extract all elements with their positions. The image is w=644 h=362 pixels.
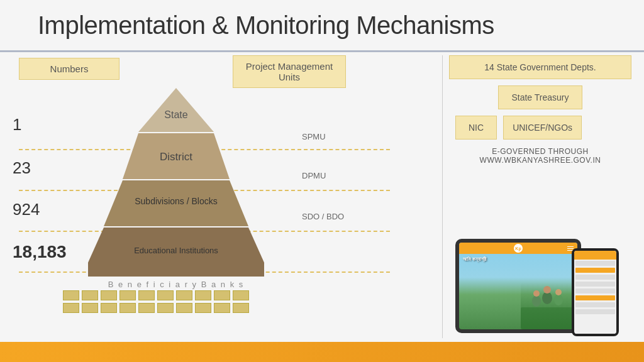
bank-box [176,290,192,300]
page-title: Implementation & Monitoring Mechanisms [38,11,494,40]
device-mockup: Kp আমি কন্যাশ্রী [449,214,631,339]
bank-box [82,303,98,313]
phone-list-item [575,309,615,314]
bank-box [138,303,155,313]
tablet-header: Kp [459,243,577,254]
phone-list-item [575,288,615,293]
tablet-screen: Kp আমি কন্যাশ্রী [459,243,577,329]
bank-box [233,303,249,313]
numbers-header: Numbers [19,58,119,80]
egov-text: E-GOVERNED THROUGH WWW.WBKANYASHREE.GOV.… [449,147,631,165]
right-separator [442,55,443,338]
svg-text:State: State [164,109,187,120]
bank-box [101,303,117,313]
bank-box [176,303,192,313]
phone-list-item [575,261,615,266]
bank-box [63,303,79,313]
girls-silhouette [521,282,574,329]
bank-box [195,290,211,300]
svg-point-11 [554,294,563,305]
pmu-dpmu-label: DPMU [302,171,326,180]
tablet-bengali-text: আমি কন্যাশ্রী [463,256,574,263]
bank-box [214,290,230,300]
tablet-device: Kp আমি কন্যাশ্রী [455,239,581,333]
phone-list [574,260,616,334]
unicef-button[interactable]: UNICEF/NGOs [503,116,582,140]
beneficiary-banks-title: B e n e f i c i a r y B a n k s [88,280,264,289]
state-treasury-button[interactable]: State Treasury [498,85,582,109]
bank-box [119,290,136,300]
svg-text:Subdivisions / Blocks: Subdivisions / Blocks [135,196,218,206]
kp-logo: Kp [514,244,523,253]
bottom-bar [0,342,644,362]
top-divider [0,50,644,52]
bank-box [157,290,174,300]
svg-text:Educational Institutions: Educational Institutions [134,246,218,255]
svg-text:District: District [160,151,192,163]
number-924: 924 [13,200,40,219]
number-1: 1 [13,115,21,134]
bank-box [63,290,79,300]
bank-box [233,290,249,300]
bank-box [101,290,117,300]
phone-device [572,248,619,336]
bank-box [82,290,98,300]
phone-list-item [575,268,615,273]
bank-box [138,290,155,300]
pmu-spmu-label: SPMU [302,132,326,141]
govt-depts-button[interactable]: 14 State Government Depts. [449,55,631,79]
svg-point-14 [555,289,562,295]
nic-button[interactable]: NIC [455,116,497,140]
bank-box [157,303,174,313]
svg-point-12 [533,290,540,297]
svg-point-9 [532,295,541,307]
number-18183: 18,183 [13,242,67,262]
number-23: 23 [13,158,31,178]
nic-row: NIC UNICEF/NGOs [449,116,631,140]
svg-point-13 [543,286,551,293]
phone-list-item [575,302,615,307]
phone-list-item [575,295,615,300]
phone-header [574,251,616,260]
pmu-header: Project Management Units [233,55,346,88]
phone-list-item [575,275,615,280]
bank-box [119,303,136,313]
bank-boxes [63,290,258,313]
phone-screen [574,251,616,334]
svg-rect-8 [521,307,574,329]
right-panel: 14 State Government Depts. State Treasur… [449,55,631,170]
phone-list-item [575,282,615,287]
pyramid-container: State District Subdivisions / Blocks Edu… [88,88,264,289]
pyramid-svg: State District Subdivisions / Blocks Edu… [88,88,264,289]
bank-box [195,303,211,313]
pmu-sdo-label: SDO / BDO [302,212,344,221]
bank-box [214,303,230,313]
